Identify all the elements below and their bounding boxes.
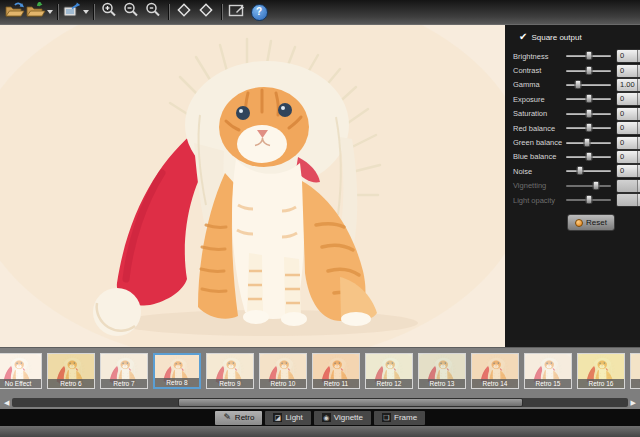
slider-thumb[interactable] [585, 94, 592, 103]
slider-line [566, 185, 611, 187]
effect-tab-retro[interactable]: ✎ Retro [215, 411, 263, 425]
filter-thumbnail-label: Retro 13 [419, 379, 465, 388]
slider-track[interactable] [566, 109, 611, 119]
zoom-out-icon [123, 2, 139, 22]
slider-thumb[interactable] [584, 138, 591, 147]
filter-thumbnail[interactable]: Retro 6 [47, 353, 95, 389]
filter-thumbnail[interactable]: Retro 12 [365, 353, 413, 389]
slider-value-field[interactable] [616, 193, 640, 207]
square-output-checkbox[interactable]: ✔ Square output [519, 32, 640, 42]
slider-thumb[interactable] [585, 109, 592, 118]
open-image-button[interactable] [4, 2, 26, 23]
filter-thumbnail-label: Retro 17 [631, 379, 640, 388]
slider-value-field[interactable]: 1.00 [616, 78, 640, 92]
effect-tab-frame[interactable]: ❏ Frame [374, 411, 425, 425]
export-image-button[interactable] [62, 2, 89, 23]
filter-thumbnail-label: Retro 11 [313, 379, 359, 388]
slider-value-field[interactable]: 0 [616, 121, 640, 135]
export-image-icon [62, 2, 82, 22]
slider-track[interactable] [566, 138, 611, 148]
filter-thumbnail-label: Retro 14 [472, 379, 518, 388]
zoom-fit-button[interactable] [142, 2, 164, 23]
effect-tab-label: Light [285, 413, 302, 422]
effect-tab-light[interactable]: ◪ Light [265, 411, 310, 425]
slider-track[interactable] [566, 181, 611, 191]
slider-track[interactable] [566, 94, 611, 104]
slider-value: 0 [617, 50, 637, 62]
slider-label: Gamma [513, 80, 566, 89]
import-image-button[interactable] [26, 2, 53, 23]
slider-track[interactable] [566, 152, 611, 162]
toolbar-separator [168, 4, 169, 20]
import-dropdown-caret-icon[interactable] [47, 10, 53, 14]
slider-value-field[interactable]: 0 [616, 49, 640, 63]
rotate-right-button[interactable] [195, 2, 217, 23]
slider-value: 0 [617, 137, 637, 149]
rotate-left-button[interactable] [173, 2, 195, 23]
scrollbar-thumb[interactable] [178, 398, 523, 407]
filter-thumbnail-label: Retro 8 [155, 378, 199, 387]
slider-value-field[interactable]: 0 [616, 64, 640, 78]
zoom-fit-icon [145, 2, 161, 22]
photo-preview [0, 25, 505, 347]
filter-thumbnail[interactable]: Retro 9 [206, 353, 254, 389]
filter-thumbnail[interactable]: Retro 7 [100, 353, 148, 389]
export-dropdown-caret-icon[interactable] [83, 10, 89, 14]
toolbar-separator [93, 4, 94, 20]
slider-value-field[interactable] [616, 179, 640, 193]
resize-canvas-button[interactable] [226, 2, 248, 23]
zoom-in-button[interactable] [98, 2, 120, 23]
filter-thumbnail[interactable]: Retro 10 [259, 353, 307, 389]
filter-thumbnail-label: Retro 6 [48, 379, 94, 388]
slider-thumb[interactable] [593, 181, 600, 190]
slider-track[interactable] [566, 51, 611, 61]
help-button[interactable]: ? [248, 2, 270, 23]
filter-thumbnail[interactable]: Retro 14 [471, 353, 519, 389]
slider-thumb[interactable] [585, 195, 592, 204]
slider-track[interactable] [566, 123, 611, 133]
slider-thumb[interactable] [585, 66, 592, 75]
scroll-left-icon[interactable]: ◀ [3, 399, 10, 406]
slider-value-field[interactable]: 0 [616, 164, 640, 178]
filter-thumbnail-label: Retro 15 [525, 379, 571, 388]
filter-thumbnail-label: Retro 16 [578, 379, 624, 388]
slider-thumb[interactable] [585, 51, 592, 60]
slider-track[interactable] [566, 195, 611, 205]
slider-thumb[interactable] [576, 166, 583, 175]
slider-value: 0 [617, 93, 637, 105]
checkmark-icon: ✔ [519, 32, 527, 42]
slider-label: Exposure [513, 95, 566, 104]
filter-thumbnail[interactable]: No Effect [0, 353, 42, 389]
scrollbar-track[interactable] [12, 398, 627, 407]
filter-thumbnail[interactable]: Retro 15 [524, 353, 572, 389]
slider-thumb[interactable] [586, 152, 593, 161]
reset-button[interactable]: Reset [567, 214, 615, 231]
filter-thumbnail[interactable]: Retro 8 [153, 353, 201, 389]
effects-filmstrip: No Effect Retro 6 Retro 7 Retro 8 Retro … [0, 347, 640, 396]
slider-label: Saturation [513, 109, 566, 118]
filter-thumbnail-label: Retro 9 [207, 379, 253, 388]
filter-thumbnail[interactable]: Retro 17 [630, 353, 640, 389]
scroll-right-icon[interactable]: ▶ [630, 399, 637, 406]
filter-thumbnail[interactable]: Retro 16 [577, 353, 625, 389]
slider-thumb[interactable] [585, 123, 592, 132]
slider-row: Red balance 0 [513, 121, 640, 135]
slider-thumb[interactable] [575, 80, 582, 89]
slider-value-field[interactable]: 0 [616, 136, 640, 150]
effect-tab-vignette[interactable]: ◉ Vignette [314, 411, 371, 425]
zoom-out-button[interactable] [120, 2, 142, 23]
filter-thumbnail[interactable]: Retro 11 [312, 353, 360, 389]
rotate-right-icon [198, 2, 214, 22]
filter-thumbnail-label: Retro 10 [260, 379, 306, 388]
toolbar: ? [0, 0, 640, 25]
slider-value-field[interactable]: 0 [616, 107, 640, 121]
zoom-in-icon [101, 2, 117, 22]
effect-tab-label: Retro [235, 413, 255, 422]
slider-row: Gamma 1.00 [513, 78, 640, 92]
slider-track[interactable] [566, 80, 611, 90]
slider-track[interactable] [566, 66, 611, 76]
filter-thumbnail[interactable]: Retro 13 [418, 353, 466, 389]
slider-track[interactable] [566, 166, 611, 176]
slider-value-field[interactable]: 0 [616, 92, 640, 106]
slider-value-field[interactable]: 0 [616, 150, 640, 164]
